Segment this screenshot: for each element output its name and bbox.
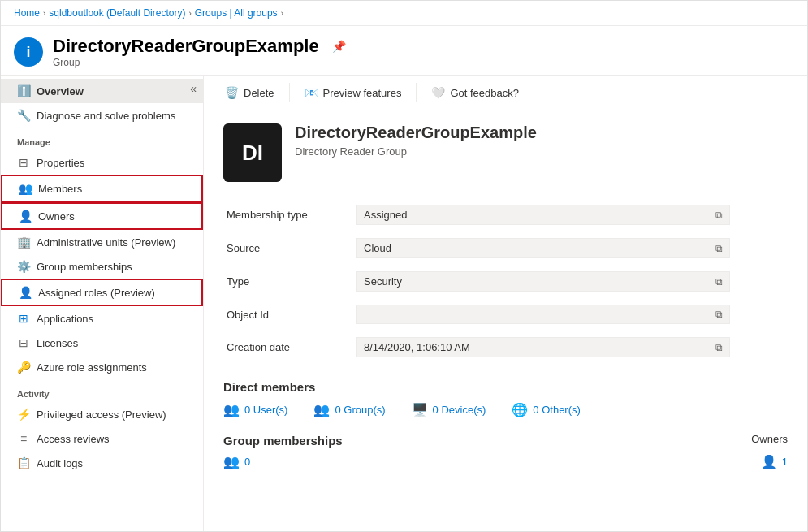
sidebar-item-assigned-roles[interactable]: 👤 Assigned roles (Preview) [1,279,203,306]
group-header: DI DirectoryReaderGroupExample Directory… [223,123,788,182]
others-stat[interactable]: 🌐 0 Other(s) [512,402,581,417]
sidebar-item-label: Diagnose and solve problems [37,110,175,122]
memberships-count[interactable]: 👥 0 [223,454,250,469]
groups-stat[interactable]: 👥 0 Group(s) [313,402,385,417]
sidebar-item-applications[interactable]: ⊞ Applications [1,306,203,331]
memberships-icon: 👥 [223,454,240,469]
copy-icon[interactable]: ⧉ [715,276,723,288]
group-memberships-title: Group memberships [223,434,343,448]
copy-icon[interactable]: ⧉ [715,210,723,221]
azure-roles-icon: 🔑 [17,361,30,374]
properties-icon: ⊟ [17,156,30,169]
page-subtitle: Group [53,57,346,68]
group-name: DirectoryReaderGroupExample [295,123,537,142]
prop-label: Creation date [223,331,353,364]
prop-label: Object Id [223,298,353,331]
sidebar-item-group-memberships[interactable]: ⚙️ Group memberships [1,254,203,279]
privileged-icon: ⚡ [17,408,30,421]
content-body: DI DirectoryReaderGroupExample Directory… [204,110,807,531]
table-row: Object Id ⧉ [223,298,788,331]
prop-label: Type [223,265,353,298]
admin-units-icon: 🏢 [17,236,30,249]
breadcrumb-home[interactable]: Home [14,7,40,19]
copy-icon[interactable]: ⧉ [715,309,723,320]
sidebar-item-label: Azure role assignments [37,361,147,374]
toolbar-divider-2 [416,83,417,102]
sidebar-item-label: Applications [37,313,93,325]
feedback-button[interactable]: 🤍 Got feedback? [423,82,527,103]
sidebar-item-label: Assigned roles (Preview) [38,287,155,299]
prop-value-box: Assigned ⧉ [356,205,730,225]
group-memberships-row: Group memberships Owners [223,430,788,448]
members-icon: 👥 [19,182,32,195]
sidebar-item-diagnose[interactable]: 🔧 Diagnose and solve problems [1,103,203,128]
table-row: Source Cloud ⧉ [223,231,788,265]
prop-value-box: 8/14/2020, 1:06:10 AM ⧉ [356,337,730,357]
sidebar-collapse-btn[interactable]: « [190,82,197,95]
toolbar: 🗑️ Delete 📧 Preview features 🤍 Got feedb… [204,76,807,110]
table-row: Membership type Assigned ⧉ [223,198,788,231]
preview-features-button[interactable]: 📧 Preview features [296,82,410,103]
assigned-roles-icon: 👤 [19,286,32,299]
sidebar-item-label: Overview [37,85,84,97]
toolbar-divider [289,83,290,102]
sidebar-item-properties[interactable]: ⊟ Properties [1,150,203,175]
sidebar-item-label: Audit logs [37,457,83,469]
breadcrumb-directory[interactable]: sqldboutlook (Default Directory) [49,7,185,19]
prop-value-box: Security ⧉ [356,271,730,292]
copy-icon[interactable]: ⧉ [715,243,723,254]
owners-count-icon: 👤 [761,454,777,469]
sidebar: « ℹ️ Overview 🔧 Diagnose and solve probl… [1,76,204,531]
copy-icon[interactable]: ⧉ [715,342,723,353]
breadcrumb: Home › sqldboutlook (Default Directory) … [1,1,807,26]
prop-label: Source [223,231,353,265]
groups-icon: 👥 [313,402,330,417]
group-avatar: DI [223,123,282,182]
preview-icon: 📧 [305,86,318,99]
sidebar-item-members[interactable]: 👥 Members [1,175,203,202]
owners-label: Owners [751,433,788,445]
owners-count[interactable]: 👤 1 [761,454,788,469]
sidebar-item-label: Group memberships [37,261,132,273]
sidebar-item-label: Members [38,183,82,195]
prop-value-box: Cloud ⧉ [356,238,730,258]
sidebar-item-label: Owners [38,210,75,223]
sidebar-item-admin-units[interactable]: 🏢 Administrative units (Preview) [1,230,203,254]
sidebar-item-overview[interactable]: ℹ️ Overview [1,79,203,103]
sidebar-item-access-reviews[interactable]: ≡ Access reviews [1,426,203,451]
audit-logs-icon: 📋 [17,456,30,469]
prop-value-box: ⧉ [356,305,730,324]
pin-icon[interactable]: 📌 [332,40,346,53]
owners-icon: 👤 [19,210,32,223]
access-reviews-icon: ≡ [17,432,30,445]
overview-icon: ℹ️ [17,84,30,97]
sidebar-item-licenses[interactable]: ⊟ Licenses [1,331,203,355]
sidebar-item-privileged[interactable]: ⚡ Privileged access (Preview) [1,402,203,426]
licenses-icon: ⊟ [17,336,30,349]
feedback-icon: 🤍 [431,86,445,99]
devices-icon: 🖥️ [412,402,428,417]
users-icon: 👥 [223,402,240,417]
members-row: 👥 0 User(s) 👥 0 Group(s) 🖥️ 0 Device(s) … [223,402,788,417]
page-title: DirectoryReaderGroupExample [53,36,319,57]
sidebar-item-owners[interactable]: 👤 Owners [1,202,203,230]
diagnose-icon: 🔧 [17,109,30,122]
direct-members-title: Direct members [223,380,788,394]
content-area: 🗑️ Delete 📧 Preview features 🤍 Got feedb… [204,76,807,531]
sidebar-item-label: Access reviews [37,433,110,445]
sidebar-item-audit-logs[interactable]: 📋 Audit logs [1,451,203,475]
delete-button[interactable]: 🗑️ Delete [217,82,283,103]
page-header: i DirectoryReaderGroupExample 📌 Group [1,26,807,76]
breadcrumb-groups[interactable]: Groups | All groups [195,7,278,19]
sidebar-item-label: Privileged access (Preview) [37,409,166,421]
delete-icon: 🗑️ [225,86,239,99]
manage-section-label: Manage [1,128,203,150]
devices-stat[interactable]: 🖥️ 0 Device(s) [412,402,486,417]
sidebar-item-label: Properties [37,157,84,169]
sidebar-item-label: Licenses [37,337,78,349]
sidebar-item-azure-roles[interactable]: 🔑 Azure role assignments [1,355,203,379]
group-memberships-icon: ⚙️ [17,260,30,273]
others-icon: 🌐 [512,402,528,417]
users-stat[interactable]: 👥 0 User(s) [223,402,287,417]
prop-label: Membership type [223,198,353,231]
